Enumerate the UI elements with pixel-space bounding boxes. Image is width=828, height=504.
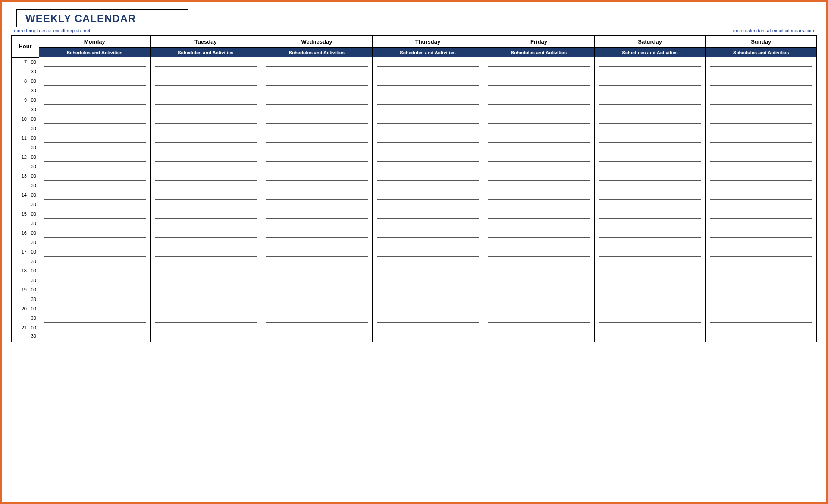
schedule-slot[interactable] <box>372 124 483 133</box>
schedule-slot[interactable] <box>594 162 706 171</box>
schedule-slot[interactable] <box>39 209 151 219</box>
schedule-slot[interactable] <box>150 143 261 152</box>
schedule-slot[interactable] <box>594 190 706 200</box>
schedule-slot[interactable] <box>594 67 706 76</box>
schedule-slot[interactable] <box>594 95 706 105</box>
schedule-slot[interactable] <box>372 133 483 143</box>
schedule-slot[interactable] <box>483 67 595 76</box>
schedule-slot[interactable] <box>483 257 595 266</box>
schedule-slot[interactable] <box>483 323 595 332</box>
schedule-slot[interactable] <box>594 86 706 95</box>
schedule-slot[interactable] <box>150 67 261 76</box>
schedule-slot[interactable] <box>261 86 373 95</box>
schedule-slot[interactable] <box>706 313 817 323</box>
schedule-slot[interactable] <box>483 190 595 200</box>
schedule-slot[interactable] <box>39 57 151 67</box>
schedule-slot[interactable] <box>39 266 151 275</box>
schedule-slot[interactable] <box>372 228 483 238</box>
schedule-slot[interactable] <box>372 67 483 76</box>
schedule-slot[interactable] <box>39 105 151 114</box>
schedule-slot[interactable] <box>483 313 595 323</box>
schedule-slot[interactable] <box>261 323 373 332</box>
schedule-slot[interactable] <box>483 228 595 238</box>
schedule-slot[interactable] <box>39 294 151 304</box>
schedule-slot[interactable] <box>261 285 373 294</box>
schedule-slot[interactable] <box>706 238 817 247</box>
schedule-slot[interactable] <box>372 57 483 67</box>
schedule-slot[interactable] <box>261 266 373 275</box>
schedule-slot[interactable] <box>150 152 261 162</box>
schedule-slot[interactable] <box>372 219 483 228</box>
schedule-slot[interactable] <box>706 285 817 294</box>
schedule-slot[interactable] <box>594 247 706 257</box>
schedule-slot[interactable] <box>150 304 261 313</box>
schedule-slot[interactable] <box>706 190 817 200</box>
schedule-slot[interactable] <box>39 152 151 162</box>
schedule-slot[interactable] <box>372 152 483 162</box>
schedule-slot[interactable] <box>150 105 261 114</box>
schedule-slot[interactable] <box>39 143 151 152</box>
schedule-slot[interactable] <box>150 257 261 266</box>
schedule-slot[interactable] <box>594 294 706 304</box>
schedule-slot[interactable] <box>261 162 373 171</box>
schedule-slot[interactable] <box>706 86 817 95</box>
schedule-slot[interactable] <box>261 200 373 209</box>
schedule-slot[interactable] <box>594 266 706 275</box>
schedule-slot[interactable] <box>39 323 151 332</box>
schedule-slot[interactable] <box>150 181 261 190</box>
schedule-slot[interactable] <box>261 133 373 143</box>
schedule-slot[interactable] <box>483 247 595 257</box>
schedule-slot[interactable] <box>483 57 595 67</box>
schedule-slot[interactable] <box>39 247 151 257</box>
schedule-slot[interactable] <box>150 285 261 294</box>
schedule-slot[interactable] <box>150 238 261 247</box>
schedule-slot[interactable] <box>483 95 595 105</box>
schedule-slot[interactable] <box>706 152 817 162</box>
schedule-slot[interactable] <box>706 266 817 275</box>
schedule-slot[interactable] <box>372 238 483 247</box>
schedule-slot[interactable] <box>706 114 817 124</box>
schedule-slot[interactable] <box>261 95 373 105</box>
schedule-slot[interactable] <box>483 294 595 304</box>
schedule-slot[interactable] <box>150 95 261 105</box>
schedule-slot[interactable] <box>594 228 706 238</box>
schedule-slot[interactable] <box>706 228 817 238</box>
link-more-calendars[interactable]: more calendars at excelcalendars.com <box>733 28 814 33</box>
schedule-slot[interactable] <box>706 171 817 181</box>
schedule-slot[interactable] <box>261 67 373 76</box>
schedule-slot[interactable] <box>150 124 261 133</box>
schedule-slot[interactable] <box>150 275 261 285</box>
schedule-slot[interactable] <box>150 219 261 228</box>
schedule-slot[interactable] <box>706 209 817 219</box>
schedule-slot[interactable] <box>39 67 151 76</box>
schedule-slot[interactable] <box>706 57 817 67</box>
schedule-slot[interactable] <box>39 181 151 190</box>
schedule-slot[interactable] <box>39 190 151 200</box>
schedule-slot[interactable] <box>372 95 483 105</box>
schedule-slot[interactable] <box>594 143 706 152</box>
schedule-slot[interactable] <box>594 124 706 133</box>
schedule-slot[interactable] <box>594 209 706 219</box>
schedule-slot[interactable] <box>261 247 373 257</box>
schedule-slot[interactable] <box>594 313 706 323</box>
schedule-slot[interactable] <box>261 171 373 181</box>
schedule-slot[interactable] <box>39 238 151 247</box>
schedule-slot[interactable] <box>483 114 595 124</box>
schedule-slot[interactable] <box>261 57 373 67</box>
schedule-slot[interactable] <box>39 171 151 181</box>
schedule-slot[interactable] <box>483 105 595 114</box>
schedule-slot[interactable] <box>39 124 151 133</box>
schedule-slot[interactable] <box>372 171 483 181</box>
schedule-slot[interactable] <box>706 257 817 266</box>
schedule-slot[interactable] <box>150 200 261 209</box>
schedule-slot[interactable] <box>483 266 595 275</box>
schedule-slot[interactable] <box>706 200 817 209</box>
schedule-slot[interactable] <box>261 114 373 124</box>
schedule-slot[interactable] <box>261 143 373 152</box>
schedule-slot[interactable] <box>261 105 373 114</box>
schedule-slot[interactable] <box>150 171 261 181</box>
schedule-slot[interactable] <box>372 323 483 332</box>
schedule-slot[interactable] <box>594 133 706 143</box>
schedule-slot[interactable] <box>372 162 483 171</box>
schedule-slot[interactable] <box>150 332 261 342</box>
